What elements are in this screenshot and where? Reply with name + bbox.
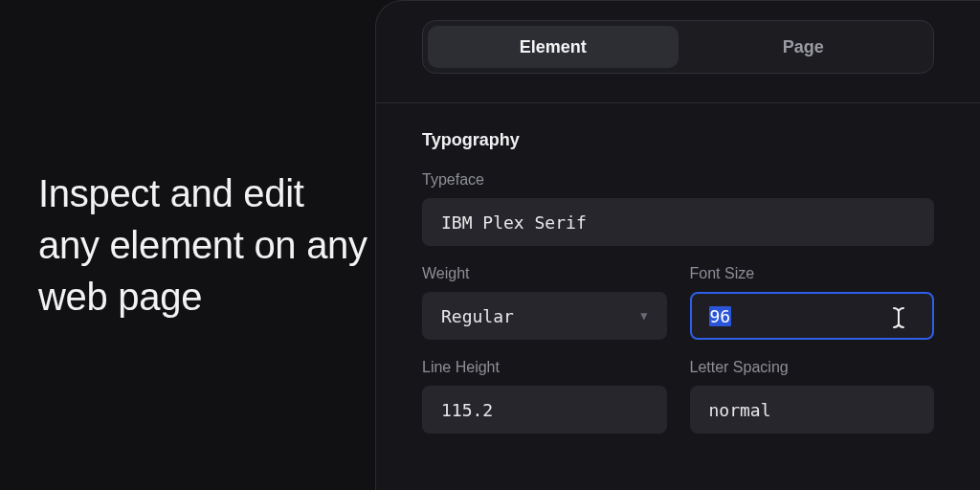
section-title-typography: Typography	[422, 130, 934, 150]
promo-left-pane: Inspect and edit any element on any web …	[0, 0, 375, 490]
tab-bar: Element Page	[422, 20, 934, 74]
tab-element-label: Element	[520, 37, 587, 57]
font-size-group: Font Size 96	[690, 265, 935, 340]
letter-spacing-label: Letter Spacing	[690, 359, 935, 376]
inspector-panel: Element Page Typography Typeface IBM Ple…	[375, 0, 980, 490]
weight-group: Weight Regular ▼	[422, 265, 667, 340]
font-size-input[interactable]: 96	[690, 292, 935, 340]
typeface-input[interactable]: IBM Plex Serif	[422, 198, 934, 246]
weight-value: Regular	[441, 306, 514, 326]
font-size-value: 96	[709, 306, 732, 326]
line-height-input[interactable]: 115.2	[422, 386, 667, 434]
text-cursor-icon	[890, 306, 907, 329]
line-height-value: 115.2	[441, 400, 493, 420]
typography-section: Typography Typeface IBM Plex Serif Weigh…	[376, 103, 980, 434]
letter-spacing-group: Letter Spacing normal	[690, 359, 935, 434]
tab-page[interactable]: Page	[679, 26, 929, 68]
line-height-label: Line Height	[422, 359, 667, 376]
weight-label: Weight	[422, 265, 667, 282]
typeface-value: IBM Plex Serif	[441, 212, 587, 233]
chevron-down-icon: ▼	[640, 309, 647, 323]
line-height-group: Line Height 115.2	[422, 359, 667, 434]
typeface-group: Typeface IBM Plex Serif	[422, 171, 934, 246]
tab-page-label: Page	[783, 37, 824, 57]
typeface-label: Typeface	[422, 171, 934, 189]
tab-element[interactable]: Element	[428, 26, 679, 68]
letter-spacing-input[interactable]: normal	[690, 386, 935, 434]
tagline-text: Inspect and edit any element on any web …	[38, 167, 375, 323]
letter-spacing-value: normal	[709, 400, 771, 420]
weight-select[interactable]: Regular ▼	[422, 292, 667, 340]
font-size-label: Font Size	[690, 265, 935, 282]
